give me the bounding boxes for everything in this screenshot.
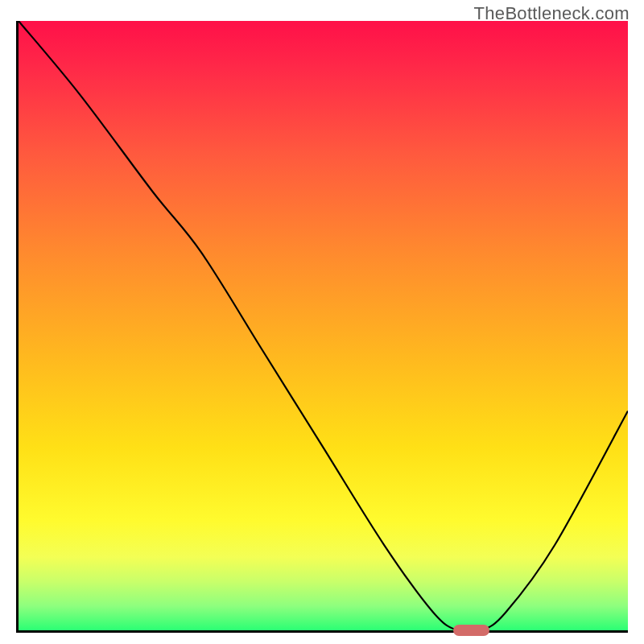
chart-plot-area: [16, 21, 628, 633]
optimal-point-marker: [453, 625, 490, 636]
bottleneck-curve-line: [19, 21, 628, 630]
watermark-text: TheBottleneck.com: [474, 3, 630, 24]
chart-curve-svg: [19, 21, 628, 630]
